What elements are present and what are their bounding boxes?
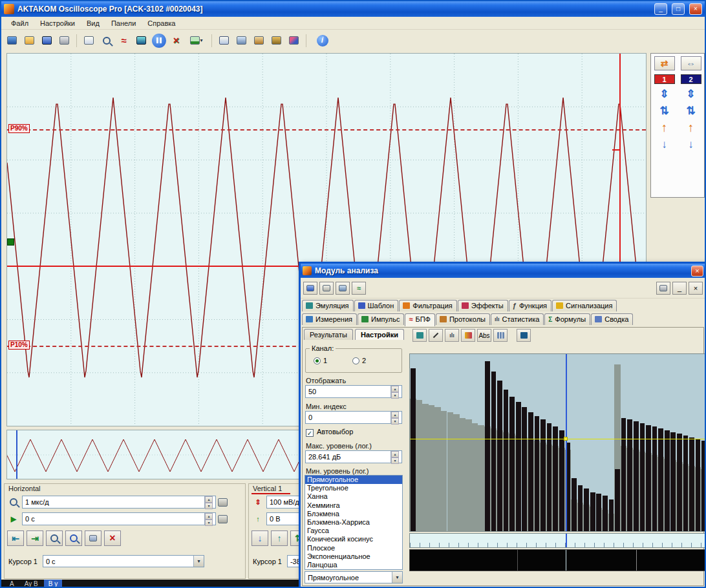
h-cursor-combobox[interactable]: 0 с ▾ <box>43 555 204 567</box>
menu-view[interactable]: Вид <box>81 18 105 28</box>
tab-template[interactable]: Шаблон <box>354 300 399 311</box>
fft-abs-button[interactable]: Abs <box>477 329 491 342</box>
window-function-option[interactable]: Хемминга <box>305 501 402 510</box>
display-count-spinner[interactable]: ▴▾ <box>390 386 399 397</box>
invert-button[interactable]: ⇄ <box>654 56 675 70</box>
min-index-spinner[interactable]: ▴▾ <box>390 412 399 423</box>
combo-arrow-icon[interactable]: ▾ <box>392 572 402 583</box>
dialog-print-button[interactable] <box>656 282 670 295</box>
ch2-split-button[interactable]: ⇅ <box>681 105 701 118</box>
dialog-close-button2[interactable]: × <box>689 282 703 295</box>
fft-level-cursor[interactable] <box>410 439 706 439</box>
menu-settings[interactable]: Настройки <box>34 18 81 28</box>
ch2-shift-down-button[interactable]: ↓ <box>681 138 701 151</box>
fft-bars-button[interactable]: ılı <box>445 329 459 342</box>
fft-overview-strip[interactable] <box>409 533 706 548</box>
ch1-shift-up-button[interactable]: ↑ <box>654 121 675 134</box>
subtab-results[interactable]: Результаты <box>304 329 353 340</box>
zoom-to-cursor-button[interactable] <box>46 530 63 546</box>
goto-end-button[interactable]: ⇥ <box>27 530 43 546</box>
dialog-panel-button[interactable] <box>319 282 334 295</box>
dialog-link-button[interactable] <box>303 282 317 295</box>
timebase-input[interactable]: 1 мкс/д ▴▾ <box>22 496 216 509</box>
overview-cursor[interactable] <box>16 430 17 479</box>
window-function-combobox[interactable]: Прямоугольное ▾ <box>305 571 403 583</box>
display-settings-button[interactable] <box>133 32 149 48</box>
dialog-spectrum-button[interactable]: ≈ <box>352 282 366 295</box>
dialog-probe-button[interactable] <box>336 282 350 295</box>
ch1-shift-down-button[interactable]: ↓ <box>654 138 675 151</box>
menu-help[interactable]: Справка <box>142 18 181 28</box>
signal-generator-button[interactable]: ≈ <box>116 32 132 48</box>
expand-button[interactable]: ⇔ <box>681 56 701 70</box>
minimize-button[interactable]: _ <box>654 3 667 15</box>
fft-pen-button[interactable] <box>429 329 443 342</box>
chart-menu-button[interactable]: ▾ <box>186 32 208 48</box>
ch2-shift-up-button[interactable]: ↑ <box>681 121 701 134</box>
max-level-spinner[interactable]: ▴▾ <box>390 451 399 463</box>
combo-arrow-icon[interactable]: ▾ <box>193 556 204 567</box>
tab-statistics[interactable]: ılıСтатистика <box>491 313 544 325</box>
dialog-minimize-button[interactable]: _ <box>672 282 687 295</box>
window-function-option[interactable]: Плоское <box>305 544 402 552</box>
overview-frequency-cursor[interactable] <box>566 534 567 547</box>
zoom-fit-button[interactable] <box>65 530 82 546</box>
window-function-option[interactable]: Конический косинус <box>305 535 402 543</box>
beam-tab-a[interactable]: А <box>5 580 19 588</box>
fft-zoom-strip[interactable] <box>409 549 706 571</box>
connect-device-button[interactable] <box>4 32 20 48</box>
timebase-fine-icon[interactable] <box>218 498 228 507</box>
window-function-option[interactable]: Блэкмена-Харриса <box>305 518 402 527</box>
mixer-button[interactable]: × <box>168 32 184 48</box>
menu-panels[interactable]: Панели <box>105 18 142 28</box>
channel1-ground-marker[interactable] <box>7 238 14 246</box>
autoselect-checkbox[interactable]: ✓Автовыбор <box>306 428 353 437</box>
print-button[interactable] <box>56 32 72 48</box>
timebase-spinner[interactable]: ▴▾ <box>204 496 213 508</box>
tab-emulation[interactable]: Эмуляция <box>302 300 354 311</box>
preview-button[interactable] <box>98 32 114 48</box>
window-function-option[interactable]: Экспоненциальное <box>305 552 402 561</box>
dialog-close-button[interactable]: × <box>691 266 703 277</box>
maximize-button[interactable]: □ <box>672 3 685 15</box>
ch1-split-button[interactable]: ⇅ <box>654 105 675 118</box>
time-offset-input[interactable]: 0 с ▴▾ <box>22 512 216 525</box>
settings-panel-button[interactable] <box>268 32 284 48</box>
fft-grid-button[interactable] <box>412 329 427 342</box>
open-file-button[interactable] <box>21 32 37 48</box>
channel1-button[interactable]: 1 <box>654 74 675 84</box>
tab-summary[interactable]: Сводка <box>591 313 633 325</box>
tab-filtering[interactable]: Фильтрация <box>399 300 456 311</box>
tab-pulse[interactable]: Импульс <box>358 313 404 325</box>
v-move-up-button[interactable]: ↑ <box>271 530 288 546</box>
offset-spinner[interactable]: ▴▾ <box>204 513 213 525</box>
display-count-input[interactable]: 50 ▴▾ <box>305 385 402 398</box>
strip-frequency-cursor[interactable] <box>566 550 566 571</box>
tab-alarm[interactable]: Сигнализация <box>552 300 617 311</box>
beam-tab-a-vs-b[interactable]: Ау В <box>20 580 43 588</box>
window-function-option[interactable]: Ханна <box>305 492 402 501</box>
image-panel-button[interactable] <box>286 32 302 48</box>
ch1-scale-updown-button[interactable]: ⇕ <box>654 88 675 101</box>
menu-file[interactable]: Файл <box>5 18 34 28</box>
window-function-option[interactable]: Треугольное <box>305 484 402 492</box>
window-function-option[interactable]: Прямоугольное <box>305 476 402 484</box>
frame-select-button[interactable] <box>85 530 102 546</box>
window-function-option[interactable]: Гаусса <box>305 527 402 535</box>
tab-fft[interactable]: ≈БПФ <box>405 313 435 326</box>
pause-button[interactable] <box>151 32 167 48</box>
subtab-settings[interactable]: Настройки <box>355 329 404 340</box>
channel2-button[interactable]: 2 <box>681 74 701 84</box>
beam-tab-b[interactable]: В у <box>44 580 62 588</box>
tab-effects[interactable]: Эффекты <box>458 300 508 311</box>
analysis-panel-button[interactable] <box>251 32 267 48</box>
window-function-option[interactable]: Блэкмена <box>305 510 402 518</box>
info-panel-button[interactable] <box>216 32 232 48</box>
max-level-input[interactable]: 28.641 дБ ▴▾ <box>305 450 402 463</box>
copy-protocol-button[interactable] <box>81 32 97 48</box>
channel2-radio[interactable]: 2 <box>352 357 366 364</box>
help-button[interactable]: i <box>314 32 330 48</box>
min-index-input[interactable]: 0 ▴▾ <box>305 411 402 424</box>
fft-table-button[interactable] <box>493 329 508 342</box>
tab-measurements[interactable]: Измерения <box>302 313 357 325</box>
